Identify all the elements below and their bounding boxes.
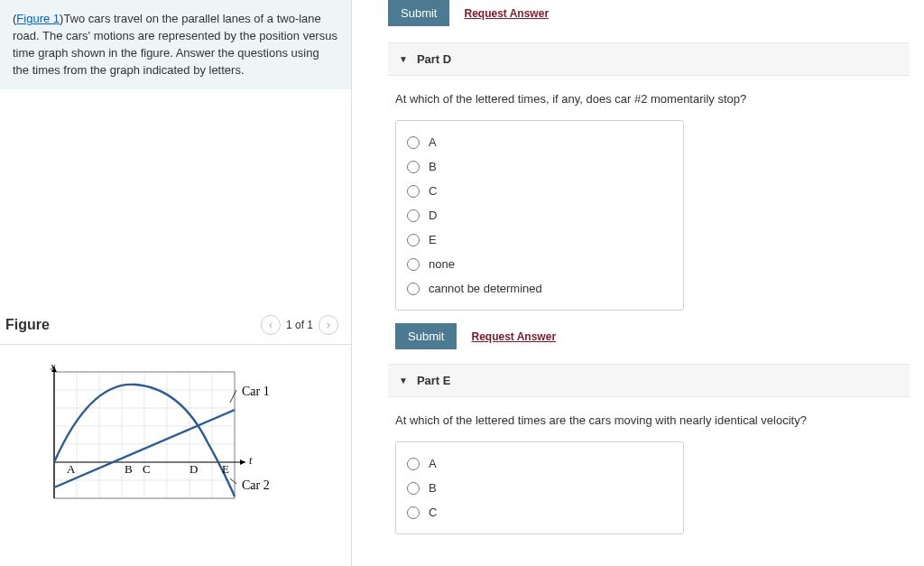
position-time-graph: x t Car 1 Car 2 A B C D E [27, 363, 307, 516]
option-label: B [429, 481, 437, 495]
option-row: C [407, 500, 672, 524]
option-row: C [407, 179, 672, 203]
svg-line-24 [230, 478, 236, 484]
figure-pager: ‹ 1 of 1 › [261, 315, 338, 335]
option-row: E [407, 227, 672, 252]
radio-d-none[interactable] [407, 258, 420, 271]
part-e-title: Part E [417, 374, 451, 387]
radio-d-d[interactable] [407, 209, 420, 222]
option-row: B [407, 154, 672, 179]
problem-text: )Two cars travel on the parallel lanes o… [13, 12, 337, 77]
figure-link[interactable]: Figure 1 [16, 12, 60, 25]
right-panel: Submit Request Answer ▼ Part D At which … [352, 0, 924, 566]
radio-d-e[interactable] [407, 234, 420, 246]
pager-text: 1 of 1 [286, 319, 313, 331]
part-e-question: At which of the lettered times are the c… [395, 413, 910, 427]
submit-button[interactable]: Submit [395, 323, 457, 349]
part-e-options: A B C [395, 441, 684, 534]
tick-c: C [143, 462, 151, 476]
left-panel: (Figure 1)Two cars travel on the paralle… [0, 0, 352, 566]
request-answer-link[interactable]: Request Answer [471, 330, 556, 343]
submit-button[interactable]: Submit [388, 0, 449, 26]
svg-marker-19 [240, 459, 245, 465]
option-label: C [429, 184, 437, 198]
tick-d: D [189, 462, 198, 476]
option-label: none [429, 257, 455, 271]
figure-title: Figure [5, 317, 50, 333]
option-row: A [407, 451, 672, 476]
option-row: D [407, 203, 672, 227]
request-answer-link[interactable]: Request Answer [464, 7, 549, 20]
option-label: B [429, 160, 437, 173]
collapse-icon: ▼ [399, 54, 408, 64]
tick-b: B [125, 462, 133, 476]
option-label: D [429, 209, 437, 222]
tick-a: A [67, 462, 76, 476]
part-e-header[interactable]: ▼ Part E [388, 364, 910, 397]
option-label: E [429, 233, 437, 246]
radio-e-b[interactable] [407, 482, 420, 495]
radio-e-c[interactable] [407, 506, 420, 519]
part-d-title: Part D [417, 52, 451, 66]
problem-statement: (Figure 1)Two cars travel on the paralle… [0, 0, 351, 89]
radio-e-a[interactable] [407, 458, 420, 470]
figure-graph: x t Car 1 Car 2 A B C D E [0, 345, 351, 537]
figure-heading-row: Figure ‹ 1 of 1 › [0, 306, 351, 345]
tick-e: E [222, 462, 229, 476]
option-label: A [429, 135, 437, 149]
option-row: none [407, 252, 672, 276]
option-label: cannot be determined [429, 282, 542, 295]
x-axis-label: t [249, 454, 253, 467]
y-axis-label: x [50, 363, 56, 373]
collapse-icon: ▼ [399, 376, 408, 385]
option-label: A [429, 457, 437, 470]
car1-label: Car 1 [242, 385, 270, 398]
option-row: cannot be determined [407, 276, 672, 301]
part-d-options: A B C D E none cannot be determined [395, 120, 684, 311]
pager-prev-button[interactable]: ‹ [261, 315, 281, 335]
part-d-submit-row: Submit Request Answer [395, 323, 910, 349]
radio-d-a[interactable] [407, 136, 420, 149]
car2-label: Car 2 [242, 478, 270, 492]
radio-d-c[interactable] [407, 185, 420, 198]
part-d-header[interactable]: ▼ Part D [388, 42, 910, 76]
part-d-question: At which of the lettered times, if any, … [395, 92, 910, 106]
pager-next-button[interactable]: › [319, 315, 338, 335]
radio-d-b[interactable] [407, 161, 420, 173]
top-submit-row: Submit Request Answer [388, 0, 910, 26]
option-row: B [407, 476, 672, 500]
option-label: C [429, 506, 437, 519]
option-row: A [407, 130, 672, 154]
radio-d-cbd[interactable] [407, 283, 420, 295]
svg-line-23 [230, 390, 236, 403]
